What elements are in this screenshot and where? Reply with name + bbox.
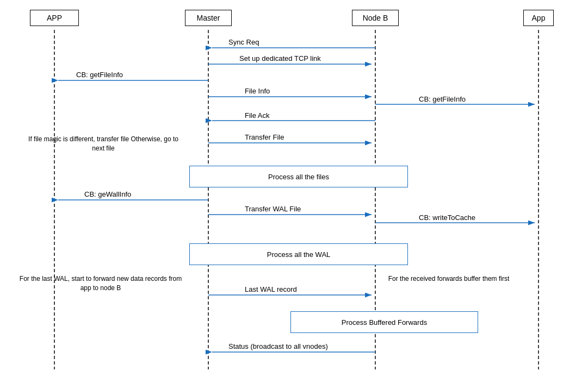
actor-app2-label: App (532, 14, 546, 22)
sequence-diagram: APP Master Node B App Sync Req Set up de… (0, 0, 588, 383)
actor-master: Master (185, 10, 232, 26)
msg-writetocache: CB: writeToCache (419, 214, 475, 222)
actor-nodeB-label: Node B (363, 14, 388, 22)
msg-transferfile: Transfer File (245, 133, 284, 141)
msg-status: Status (broadcast to all vnodes) (228, 342, 328, 350)
note-last-wal: For the last WAL, start to forward new d… (16, 274, 185, 293)
note-received-forwards: For the received forwards buffer them fi… (386, 274, 511, 284)
msg-getwallinfo: CB: geWallInfo (84, 190, 131, 198)
msg-getfileinfo-app: CB: getFileInfo (76, 71, 123, 79)
actor-master-label: Master (197, 14, 220, 22)
actor-nodeB: Node B (352, 10, 399, 26)
box-process-buffered: Process Buffered Forwards (290, 311, 478, 333)
msg-tcp: Set up dedicated TCP link (239, 54, 321, 62)
msg-transferwal: Transfer WAL File (245, 205, 301, 213)
note-file-magic: If file magic is different, transfer fil… (22, 135, 185, 153)
box-process-wal: Process all the WAL (189, 243, 408, 265)
box-process-files: Process all the files (189, 166, 408, 187)
actor-app2: App (523, 10, 554, 26)
msg-sync-req: Sync Req (228, 38, 259, 46)
msg-fileack: File Ack (245, 111, 270, 120)
actor-app: APP (30, 10, 79, 26)
msg-getfileinfo-app2: CB: getFileInfo (419, 95, 466, 103)
msg-fileinfo: File Info (245, 87, 270, 95)
msg-lastwal: Last WAL record (245, 285, 297, 293)
actor-app-label: APP (47, 14, 62, 22)
